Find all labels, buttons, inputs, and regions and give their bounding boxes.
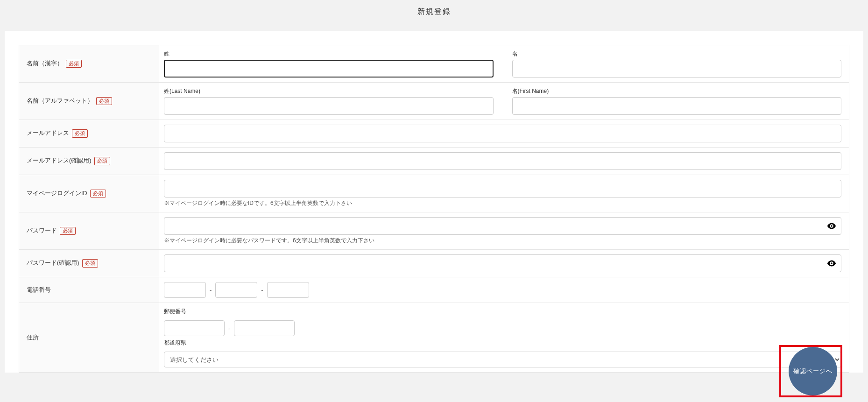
row-label-password: パスワード 必須 xyxy=(19,212,159,250)
row-label-phone: 電話番号 xyxy=(19,277,159,303)
phone-separator: - xyxy=(261,287,263,294)
row-label-address: 住所 xyxy=(19,303,159,373)
login-id-help: ※マイページログイン時に必要なIDです。6文字以上半角英数で入力下さい xyxy=(164,199,841,207)
sublabel-sei: 姓 xyxy=(164,50,494,58)
required-badge: 必須 xyxy=(94,157,110,165)
sublabel-lastname: 姓(Last Name) xyxy=(164,87,494,95)
row-label-password-confirm: パスワード(確認用) 必須 xyxy=(19,250,159,277)
firstname-alpha-input[interactable] xyxy=(512,97,842,115)
sublabel-zip: 郵便番号 xyxy=(164,308,841,316)
password-input[interactable] xyxy=(164,217,841,235)
page-title: 新規登録 xyxy=(0,0,868,31)
row-label-email: メールアドレス 必須 xyxy=(19,120,159,148)
row-label-login-id: マイページログインID 必須 xyxy=(19,175,159,212)
phone-part3-input[interactable] xyxy=(267,282,309,298)
row-label-name-alpha: 名前（アルファベット） 必須 xyxy=(19,83,159,120)
row-label-name-kanji: 名前（漢字） 必須 xyxy=(19,45,159,83)
zip-separator: - xyxy=(228,325,230,332)
required-badge: 必須 xyxy=(66,60,82,68)
eye-icon[interactable] xyxy=(826,258,837,268)
required-badge: 必須 xyxy=(82,259,98,268)
required-badge: 必須 xyxy=(90,190,106,198)
prefecture-select[interactable]: 選択してください xyxy=(164,352,841,367)
sublabel-pref: 都道府県 xyxy=(164,339,841,347)
password-confirm-input[interactable] xyxy=(164,254,841,272)
password-help: ※マイページログイン時に必要なパスワードです。6文字以上半角英数で入力下さい xyxy=(164,237,841,245)
required-badge: 必須 xyxy=(96,97,112,106)
required-badge: 必須 xyxy=(60,227,76,235)
phone-part1-input[interactable] xyxy=(164,282,206,298)
zip2-input[interactable] xyxy=(234,320,295,336)
phone-part2-input[interactable] xyxy=(215,282,257,298)
sublabel-firstname: 名(First Name) xyxy=(512,87,842,95)
form-card: 名前（漢字） 必須 姓 名 名前（アルファベット） xyxy=(5,31,863,373)
row-label-email-confirm: メールアドレス(確認用) 必須 xyxy=(19,148,159,175)
eye-icon[interactable] xyxy=(826,221,837,231)
lastname-alpha-input[interactable] xyxy=(164,97,494,115)
firstname-kanji-input[interactable] xyxy=(512,60,842,78)
required-badge: 必須 xyxy=(72,129,88,138)
email-input[interactable] xyxy=(164,125,841,142)
zip1-input[interactable] xyxy=(164,320,225,336)
email-confirm-input[interactable] xyxy=(164,152,841,170)
login-id-input[interactable] xyxy=(164,180,841,197)
phone-separator: - xyxy=(210,287,212,294)
sublabel-mei: 名 xyxy=(512,50,842,58)
lastname-kanji-input[interactable] xyxy=(164,60,494,78)
registration-form-table: 名前（漢字） 必須 姓 名 名前（アルファベット） xyxy=(19,45,849,373)
